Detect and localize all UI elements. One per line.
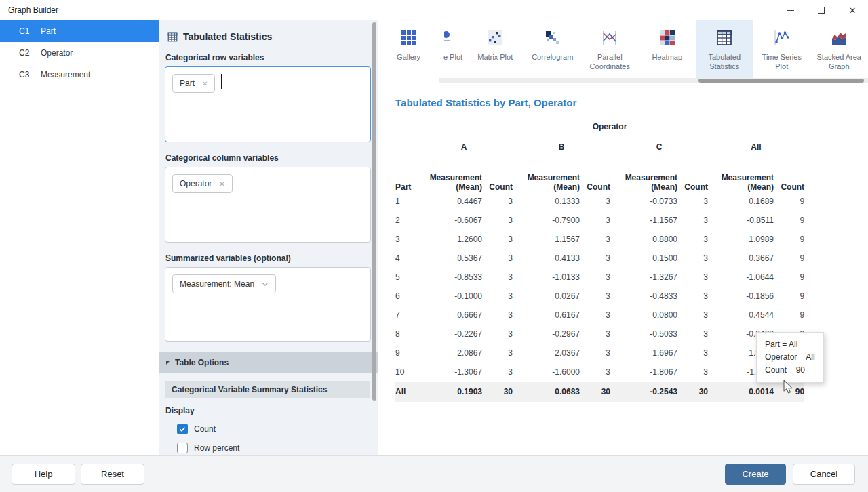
checkbox-label: Row percent xyxy=(194,443,239,453)
gallery-item-label: Stacked Area Graph xyxy=(812,52,866,72)
value-cell: 0.4467 xyxy=(415,192,482,211)
value-cell: -1.3067 xyxy=(415,363,482,382)
part-cell: 9 xyxy=(395,344,415,363)
columns-sidebar: C1PartC2OperatorC3Measurement xyxy=(0,20,159,455)
gallery-scrollbar-thumb[interactable] xyxy=(698,79,864,83)
value-cell: 9 xyxy=(774,211,804,230)
sidebar-item-part[interactable]: C1Part xyxy=(0,20,159,42)
table-options-header[interactable]: Table Options xyxy=(159,352,378,373)
cancel-button[interactable]: Cancel xyxy=(793,464,855,485)
chip-part[interactable]: Part ✕ xyxy=(172,74,215,93)
gallery-item-time-series-plot[interactable]: Time Series Plot xyxy=(753,20,811,78)
gallery-item-label: Time Series Plot xyxy=(755,52,809,72)
gallery-item-parallel-coordinates[interactable]: Parallel Coordinates xyxy=(581,20,639,78)
panel-scrollbar-thumb[interactable] xyxy=(372,22,376,401)
value-cell: 3 xyxy=(482,363,513,382)
part-cell: 10 xyxy=(395,363,415,382)
gallery-item-heatmap[interactable]: Heatmap xyxy=(639,20,696,78)
table-row[interactable]: 70.666730.616730.080030.45449 xyxy=(395,306,804,325)
gallery-scrollbar[interactable] xyxy=(439,78,868,83)
time-series-plot-icon xyxy=(773,29,791,47)
help-button[interactable]: Help xyxy=(12,464,75,485)
checkbox-count[interactable]: Count xyxy=(177,424,378,434)
value-cell: 3 xyxy=(580,211,610,230)
group-header: B xyxy=(513,136,610,158)
corner-cell xyxy=(395,136,415,158)
value-cell: 3 xyxy=(580,306,610,325)
table-row[interactable]: All0.1903300.068330-0.2543300.001490 xyxy=(395,382,804,402)
value-cell: 9 xyxy=(774,268,804,287)
gallery-item-correlogram[interactable]: Correlogram xyxy=(524,20,582,78)
value-cell: -0.4833 xyxy=(610,287,677,306)
row-variables-input[interactable]: Part ✕ xyxy=(165,66,371,142)
gallery-item-tabulated-statistics[interactable]: Tabulated Statistics xyxy=(696,20,753,78)
value-cell: 3 xyxy=(677,192,708,211)
tooltip-line: Operator = All xyxy=(765,351,815,364)
chip-measurement-mean[interactable]: Measurement: Mean xyxy=(172,274,276,293)
report-title: Tabulated Statistics by Part, Operator xyxy=(395,97,576,108)
unchecked-checkbox-icon[interactable] xyxy=(177,443,188,453)
table-row[interactable]: 8-0.22673-0.29673-0.50333-0.34229 xyxy=(395,325,804,344)
summarized-variables-input[interactable]: Measurement: Mean xyxy=(165,267,371,342)
chip-label: Part xyxy=(180,79,195,88)
checked-checkbox-icon[interactable] xyxy=(177,424,188,434)
gallery-item-stacked-area-graph[interactable]: Stacked Area Graph xyxy=(810,20,868,78)
report-area: Gallery e PlotMatrix PlotCorrelogramPara… xyxy=(378,20,868,455)
table-row[interactable]: 40.536730.413330.150030.36679 xyxy=(395,249,804,268)
value-cell: 3 xyxy=(677,287,708,306)
gallery-item-e-plot[interactable]: e Plot xyxy=(439,20,467,78)
sidebar-item-measurement[interactable]: C3Measurement xyxy=(0,64,159,85)
table-row[interactable]: 92.086732.036731.696731.94009 xyxy=(395,344,804,363)
column-name: Part xyxy=(41,26,56,36)
heatmap-icon xyxy=(658,29,676,47)
table-row[interactable]: 10-1.30673-1.60003-1.80673-1.57119 xyxy=(395,363,804,382)
reset-button[interactable]: Reset xyxy=(81,464,144,485)
value-cell: 3 xyxy=(482,325,513,344)
group-header: C xyxy=(610,136,708,158)
sidebar-item-operator[interactable]: C2Operator xyxy=(0,42,159,64)
value-cell: 3 xyxy=(677,344,708,363)
value-cell: -0.6067 xyxy=(415,211,482,230)
value-cell: -1.8067 xyxy=(610,363,677,382)
maximize-button[interactable] xyxy=(806,0,837,20)
close-button[interactable]: ✕ xyxy=(837,0,868,20)
value-cell: 3 xyxy=(677,211,708,230)
value-cell: -0.2543 xyxy=(610,382,677,402)
remove-chip-icon[interactable]: ✕ xyxy=(219,180,224,188)
remove-chip-icon[interactable]: ✕ xyxy=(202,80,208,87)
column-name: Operator xyxy=(41,48,73,58)
mean-header-line2: (Mean) xyxy=(415,182,482,192)
table-row[interactable]: 6-0.100030.02673-0.48333-0.18569 xyxy=(395,287,804,306)
chip-operator[interactable]: Operator ✕ xyxy=(172,174,233,193)
gallery-button[interactable]: Gallery xyxy=(378,20,439,83)
value-cell: 3 xyxy=(482,306,513,325)
display-label: Display xyxy=(165,406,378,415)
row-variables-label: Categorical row variables xyxy=(165,53,378,62)
gallery-item-label: Gallery xyxy=(397,52,420,62)
report-content: Tabulated Statistics by Part, Operator O… xyxy=(378,83,868,455)
value-cell: 30 xyxy=(482,382,513,402)
table-row[interactable]: 2-0.60673-0.79003-1.15673-0.85119 xyxy=(395,211,804,230)
value-cell: 9 xyxy=(774,249,804,268)
value-cell: -1.3267 xyxy=(610,268,677,287)
minimize-button[interactable] xyxy=(774,0,806,20)
checkbox-row-percent[interactable]: Row percent xyxy=(177,443,378,453)
gallery-item-label: Tabulated Statistics xyxy=(697,52,751,72)
value-cell: 0.0800 xyxy=(610,306,677,325)
table-row[interactable]: 10.446730.13333-0.073330.16899 xyxy=(395,192,804,211)
mean-header-line2: (Mean) xyxy=(513,182,580,192)
chip-label: Operator xyxy=(180,179,212,188)
mean-column-header: Measurement(Mean) xyxy=(610,158,677,192)
corner-cell xyxy=(395,117,415,136)
value-cell: 3 xyxy=(677,363,708,382)
gallery-item-matrix-plot[interactable]: Matrix Plot xyxy=(467,20,524,78)
value-cell: 3 xyxy=(482,268,513,287)
value-cell: 3 xyxy=(580,325,610,344)
value-cell: 0.6167 xyxy=(513,306,580,325)
table-row[interactable]: 5-0.85333-1.01333-1.32673-1.06449 xyxy=(395,268,804,287)
column-variables-input[interactable]: Operator ✕ xyxy=(165,167,371,243)
create-button[interactable]: Create xyxy=(725,464,786,485)
group-span-header: Operator xyxy=(415,117,804,136)
part-cell: 2 xyxy=(395,211,415,230)
table-row[interactable]: 31.260031.156730.880031.09899 xyxy=(395,230,804,249)
